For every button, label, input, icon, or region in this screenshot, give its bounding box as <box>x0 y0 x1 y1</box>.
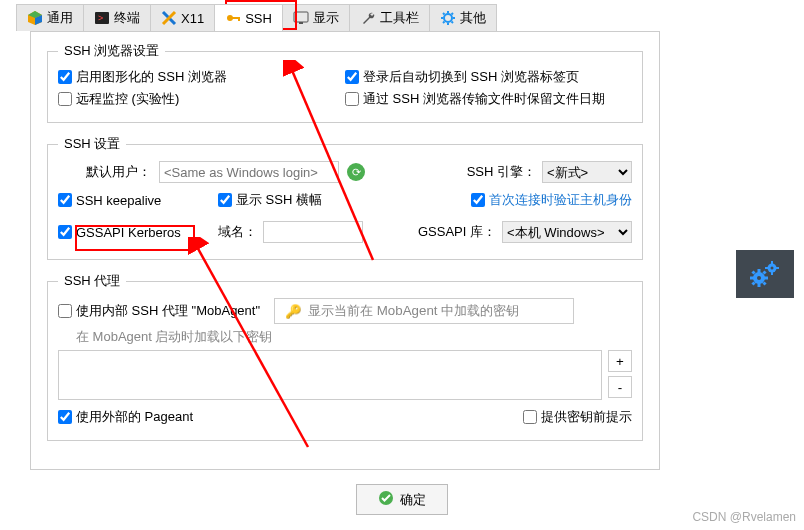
gssapi-checkbox[interactable]: GSSAPI Kerberos <box>58 225 218 240</box>
startup-note: 在 MobAgent 启动时加载以下密钥 <box>76 328 632 346</box>
svg-rect-39 <box>776 267 779 269</box>
gssapi-lib-label: GSSAPI 库： <box>418 223 496 241</box>
key-icon <box>225 10 241 26</box>
tab-other-label: 其他 <box>460 9 486 27</box>
refresh-icon[interactable]: ⟳ <box>347 163 365 181</box>
show-keys-button[interactable]: 🔑 显示当前在 MobAgent 中加载的密钥 <box>274 298 574 324</box>
gears-icon <box>747 258 783 290</box>
engine-label: SSH 引擎： <box>467 163 536 181</box>
gear-icon <box>440 10 456 26</box>
ssh-settings-fieldset: SSH 设置 默认用户： ⟳ SSH 引擎： <新式> SSH keepaliv… <box>47 135 643 260</box>
settings-panel: SSH 浏览器设置 启用图形化的 SSH 浏览器 登录后自动切换到 SSH 浏览… <box>30 31 660 470</box>
svg-line-17 <box>443 22 445 24</box>
tab-ssh-label: SSH <box>245 11 272 26</box>
preserve-date-checkbox[interactable]: 通过 SSH 浏览器传输文件时保留文件日期 <box>345 90 632 108</box>
tab-ssh[interactable]: SSH <box>214 4 283 31</box>
domain-input[interactable] <box>263 221 363 243</box>
domain-label: 域名： <box>218 223 257 241</box>
internal-proxy-checkbox[interactable]: 使用内部 SSH 代理 "MobAgent" <box>58 302 260 320</box>
engine-select[interactable]: <新式> <box>542 161 632 183</box>
svg-rect-37 <box>771 272 773 275</box>
keepalive-checkbox[interactable]: SSH keepalive <box>58 193 218 208</box>
browser-legend: SSH 浏览器设置 <box>58 42 165 60</box>
tab-display-label: 显示 <box>313 9 339 27</box>
ssh-settings-legend: SSH 设置 <box>58 135 126 153</box>
svg-rect-28 <box>750 277 754 280</box>
svg-rect-36 <box>771 261 773 264</box>
confirm-button[interactable]: 确定 <box>356 484 448 515</box>
remote-monitor-checkbox[interactable]: 远程监控 (实验性) <box>58 90 345 108</box>
tabs-row: 通用 > 终端 X11 SSH 显示 工具栏 其他 <box>0 0 804 31</box>
svg-point-10 <box>444 14 452 22</box>
svg-rect-8 <box>294 12 308 22</box>
svg-rect-26 <box>758 269 761 273</box>
svg-point-35 <box>771 267 774 270</box>
default-user-input[interactable] <box>159 161 339 183</box>
tab-toolbar-label: 工具栏 <box>380 9 419 27</box>
tab-x11[interactable]: X11 <box>150 4 215 31</box>
tab-other[interactable]: 其他 <box>429 4 497 31</box>
svg-rect-9 <box>299 22 303 24</box>
ssh-proxy-fieldset: SSH 代理 使用内部 SSH 代理 "MobAgent" 🔑 显示当前在 Mo… <box>47 272 643 441</box>
footer-text: CSDN @Rvelamen <box>692 510 796 524</box>
check-icon <box>378 490 394 509</box>
svg-point-25 <box>757 276 761 280</box>
tab-toolbar[interactable]: 工具栏 <box>349 4 430 31</box>
auto-switch-checkbox[interactable]: 登录后自动切换到 SSH 浏览器标签页 <box>345 68 632 86</box>
tab-terminal[interactable]: > 终端 <box>83 4 151 31</box>
cube-icon <box>27 10 43 26</box>
tab-x11-label: X11 <box>181 11 204 26</box>
monitor-icon <box>293 10 309 26</box>
svg-line-15 <box>443 13 445 15</box>
terminal-icon: > <box>94 10 110 26</box>
wrench-icon <box>360 10 376 26</box>
tab-terminal-label: 终端 <box>114 9 140 27</box>
x11-icon <box>161 10 177 26</box>
ssh-proxy-legend: SSH 代理 <box>58 272 126 290</box>
verify-host-checkbox[interactable]: 首次连接时验证主机身份 <box>471 191 632 209</box>
svg-text:>: > <box>98 13 103 23</box>
svg-line-16 <box>451 22 453 24</box>
tab-general[interactable]: 通用 <box>16 4 84 31</box>
tab-general-label: 通用 <box>47 9 73 27</box>
graphical-checkbox[interactable]: 启用图形化的 SSH 浏览器 <box>58 68 345 86</box>
default-user-label: 默认用户： <box>86 163 151 181</box>
add-key-button[interactable]: + <box>608 350 632 372</box>
keys-textarea[interactable] <box>58 350 602 400</box>
side-widget[interactable] <box>736 250 794 298</box>
svg-rect-29 <box>764 277 768 280</box>
browser-fieldset: SSH 浏览器设置 启用图形化的 SSH 浏览器 登录后自动切换到 SSH 浏览… <box>47 42 643 123</box>
svg-rect-7 <box>238 17 240 21</box>
external-pageant-checkbox[interactable]: 使用外部的 Pageant <box>58 408 193 426</box>
gssapi-lib-select[interactable]: <本机 Windows> <box>502 221 632 243</box>
show-banner-checkbox[interactable]: 显示 SSH 横幅 <box>218 191 398 209</box>
key-icon: 🔑 <box>285 304 302 319</box>
remove-key-button[interactable]: - <box>608 376 632 398</box>
svg-rect-27 <box>758 283 761 287</box>
tab-display[interactable]: 显示 <box>282 4 350 31</box>
prompt-key-checkbox[interactable]: 提供密钥前提示 <box>523 408 632 426</box>
svg-rect-38 <box>765 267 768 269</box>
svg-line-18 <box>451 13 453 15</box>
